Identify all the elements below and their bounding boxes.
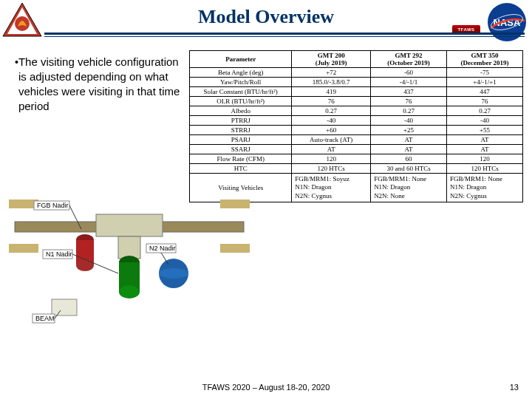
bullet-text: The visiting vehicle configuration is ad… xyxy=(18,55,185,114)
param-value: 120 xyxy=(292,154,371,164)
col-parameter: Parameter xyxy=(190,51,292,68)
param-value: AT xyxy=(371,135,447,145)
col-gmt-1: GMT 200(July 2019) xyxy=(292,51,371,68)
param-value: -75 xyxy=(447,68,523,78)
table-row: Yaw/Pitch/Roll185.0/-3.8/0.7-4/-1/1+4/-1… xyxy=(190,78,523,87)
param-value: 0.27 xyxy=(371,106,447,116)
param-value: -40 xyxy=(447,116,523,126)
label-fgb: FGB Nadir xyxy=(37,202,69,209)
param-value: 437 xyxy=(371,87,447,97)
visiting-vehicles-cell: FGB/MRM1: NoneN1N: DragonN2N: None xyxy=(371,174,447,202)
label-n2: N2 Nadir xyxy=(149,245,176,252)
param-value: +72 xyxy=(292,68,371,78)
visiting-vehicles-cell: FGB/MRM1: SoyuzN1N: DragonN2N: Cygnus xyxy=(292,174,371,202)
param-name: Solar Constant (BTU/hr/ft²) xyxy=(190,87,292,97)
param-value: 120 HTCs xyxy=(292,164,371,174)
param-name: OLR (BTU/hr/ft²) xyxy=(190,97,292,106)
table-row: Albedo0.270.270.27 xyxy=(190,106,523,116)
param-name: PSARJ xyxy=(190,135,292,145)
param-name: Albedo xyxy=(190,106,292,116)
param-name: Beta Angle (deg) xyxy=(190,68,292,78)
param-value: 185.0/-3.8/0.7 xyxy=(292,78,371,87)
visiting-vehicles-cell: FGB/MRM1: NoneN1N: DragonN2N: Cygnus xyxy=(447,174,523,202)
param-name: Flow Rate (CFM) xyxy=(190,154,292,164)
param-value: 76 xyxy=(292,97,371,106)
param-value: 76 xyxy=(371,97,447,106)
svg-rect-11 xyxy=(96,214,163,236)
param-value: +60 xyxy=(292,126,371,135)
mission-patch-icon xyxy=(1,1,43,43)
param-value: 30 and 60 HTCs xyxy=(371,164,447,174)
param-value: AT xyxy=(447,145,523,154)
param-value: -40 xyxy=(371,116,447,126)
param-name: SSARJ xyxy=(190,145,292,154)
param-value: 60 xyxy=(371,154,447,164)
param-value: AT xyxy=(292,145,371,154)
param-value: -4/-1/1 xyxy=(371,78,447,87)
col-gmt-2: GMT 292(October 2019) xyxy=(371,51,447,68)
page-number: 13 xyxy=(510,383,519,392)
label-beam: BEAM xyxy=(35,315,55,322)
table-row: STRRJ+60+25+55 xyxy=(190,126,523,135)
svg-rect-8 xyxy=(9,244,38,253)
footer-text: TFAWS 2020 – August 18-20, 2020 xyxy=(0,383,532,392)
svg-point-20 xyxy=(159,268,188,279)
param-value: +4/-1/+1 xyxy=(447,78,523,87)
param-value: +25 xyxy=(371,126,447,135)
param-value: 419 xyxy=(292,87,371,97)
svg-rect-9 xyxy=(220,200,250,208)
svg-point-15 xyxy=(76,259,94,271)
table-row: Flow Rate (CFM)12060120 xyxy=(190,154,523,164)
param-name: PTRRJ xyxy=(190,116,292,126)
param-value: AT xyxy=(447,135,523,145)
table-row: PSARJAuto-track (AT)ATAT xyxy=(190,135,523,145)
table-row: SSARJATATAT xyxy=(190,145,523,154)
param-value: 76 xyxy=(447,97,523,106)
param-value: 0.27 xyxy=(292,106,371,116)
param-value: -40 xyxy=(292,116,371,126)
param-name: STRRJ xyxy=(190,126,292,135)
table-row: Beta Angle (deg)+72-60-75 xyxy=(190,68,523,78)
param-value: -60 xyxy=(371,68,447,78)
svg-rect-12 xyxy=(118,236,140,259)
param-name: Yaw/Pitch/Roll xyxy=(190,78,292,87)
table-row: Solar Constant (BTU/hr/ft²)419437447 xyxy=(190,87,523,97)
param-value: AT xyxy=(371,145,447,154)
iss-diagram: FGB Nadir N1 Nadir N2 Nadir BEAM xyxy=(7,170,251,332)
bullet-item: • The visiting vehicle configuration is … xyxy=(15,55,185,114)
param-value: 447 xyxy=(447,87,523,97)
label-n1: N1 Nadir xyxy=(46,250,72,258)
table-row: OLR (BTU/hr/ft²)767676 xyxy=(190,97,523,106)
table-row: PTRRJ-40-40-40 xyxy=(190,116,523,126)
col-gmt-3: GMT 350(December 2019) xyxy=(447,51,523,68)
param-value: 0.27 xyxy=(447,106,523,116)
svg-rect-10 xyxy=(220,244,250,253)
svg-point-18 xyxy=(119,285,140,299)
param-value: Auto-track (AT) xyxy=(292,135,371,145)
svg-rect-21 xyxy=(52,299,77,316)
param-value: 120 xyxy=(447,154,523,164)
param-value: 120 HTCs xyxy=(447,164,523,174)
param-value: +55 xyxy=(447,126,523,135)
